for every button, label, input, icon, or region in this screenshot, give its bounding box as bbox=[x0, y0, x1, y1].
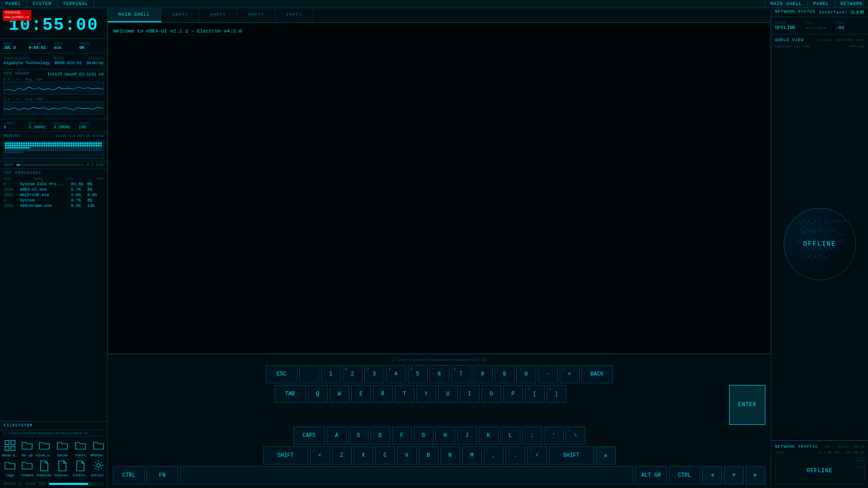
keyboard-key[interactable]: (9 bbox=[495, 365, 514, 383]
keyboard-key[interactable]: H bbox=[435, 427, 455, 445]
keyboard-key[interactable]: ESC bbox=[266, 365, 297, 383]
cpu-group2-avg: Avg. 40% bbox=[25, 97, 42, 101]
keyboard-key[interactable]: CTRL bbox=[113, 466, 145, 484]
keyboard-key[interactable]: L bbox=[500, 427, 520, 445]
keyboard-key[interactable]: |\ bbox=[566, 427, 585, 445]
keyboard-key[interactable]: *8 bbox=[473, 365, 493, 383]
keyboard-key[interactable]: %5 bbox=[408, 365, 428, 383]
list-item[interactable]: lockfile bbox=[72, 459, 89, 477]
keyboard-key[interactable]: "' bbox=[544, 427, 564, 445]
model-label: MODEL bbox=[53, 56, 64, 60]
list-item[interactable]: Cache bbox=[54, 439, 71, 457]
tab-empty-3[interactable]: EMPTY bbox=[237, 8, 275, 22]
keyboard-key[interactable]: :; bbox=[522, 427, 542, 445]
keyboard-key[interactable]: >< bbox=[310, 446, 330, 465]
keyboard-key[interactable]: E bbox=[351, 385, 371, 403]
keyboard-key[interactable]: FN bbox=[146, 466, 178, 484]
process-name: System bbox=[20, 198, 71, 203]
state-label: STATE bbox=[775, 21, 803, 25]
keyboard-key[interactable]: <, bbox=[484, 446, 504, 465]
list-item[interactable]: themes bbox=[20, 459, 34, 477]
tab-empty-1[interactable]: EMPTY bbox=[161, 8, 199, 22]
keyboard-key[interactable]: CTRL bbox=[669, 466, 700, 484]
keyboard-key[interactable]: $4 bbox=[386, 365, 406, 383]
keyboard-key[interactable]: M bbox=[462, 446, 482, 465]
keyboard-key[interactable]: BACK bbox=[581, 365, 613, 383]
keyboard-key[interactable]: W bbox=[330, 385, 349, 403]
list-item[interactable]: fonts bbox=[72, 439, 89, 457]
tab-main-shell-0[interactable]: MAIN SHELL bbox=[108, 8, 161, 22]
keyboard-key[interactable]: B bbox=[419, 446, 439, 465]
svg-point-104 bbox=[835, 221, 836, 222]
keyboard-key[interactable]: ALT GR bbox=[635, 466, 667, 484]
list-item[interactable]: Show disks bbox=[2, 439, 18, 457]
keyboard-key[interactable]: SHIFT bbox=[263, 446, 308, 465]
list-item[interactable]: logs bbox=[2, 459, 18, 477]
keyboard-key[interactable]: )0 bbox=[516, 365, 536, 383]
keyboard-key[interactable]: Y bbox=[416, 385, 436, 403]
keyboard-key[interactable]: Q bbox=[308, 385, 328, 403]
keyboard-key[interactable]: ► bbox=[745, 466, 765, 484]
key-shift-char: ^ bbox=[432, 367, 434, 371]
key-shift-char: $ bbox=[389, 367, 391, 371]
keyboard-key[interactable]: A bbox=[327, 427, 347, 445]
tab-empty-4[interactable]: EMPTY bbox=[275, 8, 313, 22]
keyboard-key[interactable]: O bbox=[481, 385, 501, 403]
keyboard-key[interactable] bbox=[180, 466, 633, 484]
tab-empty-2[interactable]: EMPTY bbox=[199, 8, 237, 22]
keyboard-key[interactable]: ▲ bbox=[596, 446, 616, 465]
swap-value: 0.1 GiB bbox=[86, 163, 104, 167]
keyboard-key[interactable]: SHIFT bbox=[549, 446, 594, 465]
keyboard-key[interactable]: }] bbox=[547, 385, 566, 403]
keyboard-key[interactable]: @2 bbox=[343, 365, 363, 383]
keyboard-key[interactable]: ◄ bbox=[702, 466, 722, 484]
list-item[interactable]: blob_storage bbox=[36, 439, 52, 457]
list-item[interactable]: Cookies bbox=[36, 459, 52, 477]
keyboard-key[interactable]: N bbox=[440, 446, 460, 465]
keyboard-key[interactable]: V bbox=[397, 446, 417, 465]
list-item[interactable]: Cookies-jour... bbox=[54, 459, 71, 477]
keyboard-key[interactable]: K bbox=[479, 427, 499, 445]
process-pid: 1092 bbox=[4, 193, 20, 197]
key-shift-char: ! bbox=[324, 367, 326, 371]
keyboard-key[interactable]: T bbox=[395, 385, 415, 403]
keyboard-key[interactable]: CAPS bbox=[293, 427, 325, 445]
list-item[interactable]: settings.json bbox=[90, 459, 107, 477]
keyboard-row-5: CTRLFNALT GRCTRL◄▼► bbox=[113, 466, 765, 484]
keyboard-key[interactable]: P bbox=[503, 385, 523, 403]
keyboard-key[interactable]: !1 bbox=[321, 365, 341, 383]
list-item[interactable]: GPUCache bbox=[90, 439, 107, 457]
keyboard-key[interactable]: += bbox=[560, 365, 580, 383]
list-item[interactable]: Go up bbox=[20, 439, 34, 457]
keyboard-key[interactable]: ^6 bbox=[429, 365, 449, 383]
keyboard-key[interactable]: ?/ bbox=[527, 446, 547, 465]
enter-key[interactable]: ENTER bbox=[729, 385, 765, 425]
process-mem: 0% bbox=[87, 182, 104, 187]
keyboard-key[interactable]: #3 bbox=[364, 365, 384, 383]
key-shift-char: ~ bbox=[302, 367, 304, 371]
keyboard-key[interactable]: R bbox=[373, 385, 393, 403]
keyboard-key[interactable]: D bbox=[370, 427, 390, 445]
keyboard-key[interactable]: C bbox=[375, 446, 395, 465]
keyboard-key[interactable]: ~` bbox=[299, 365, 319, 383]
keyboard-key[interactable]: J bbox=[457, 427, 477, 445]
keyboard-key[interactable]: G bbox=[414, 427, 434, 445]
keyboard-key[interactable]: S bbox=[349, 427, 368, 445]
fs-item-name: blob_storage bbox=[36, 453, 52, 457]
keyboard-key[interactable]: U bbox=[438, 385, 458, 403]
keyboard-key[interactable]: Z bbox=[332, 446, 352, 465]
keyboard-key[interactable]: ▼ bbox=[724, 466, 744, 484]
key-shift-char: : bbox=[525, 428, 527, 432]
terminal-body[interactable]: Welcome to eDEX-UI v2.2.2 - Electron v4.… bbox=[108, 23, 771, 354]
keyboard-key[interactable]: F bbox=[392, 427, 412, 445]
keyboard-key[interactable]: I bbox=[460, 385, 480, 403]
svg-point-95 bbox=[808, 221, 809, 222]
keyboard-key[interactable]: X bbox=[354, 446, 373, 465]
table-row: 1560 eDEX-UI.exe 5.7% 8% bbox=[4, 188, 104, 192]
cpu-group-1: # 1 - 4 Avg. 39% bbox=[4, 77, 104, 94]
keyboard-key[interactable]: _- bbox=[538, 365, 558, 383]
keyboard-key[interactable]: TAB bbox=[274, 385, 306, 403]
keyboard-key[interactable]: >. bbox=[505, 446, 525, 465]
keyboard-key[interactable]: {[ bbox=[525, 385, 545, 403]
keyboard-key[interactable]: &7 bbox=[451, 365, 471, 383]
